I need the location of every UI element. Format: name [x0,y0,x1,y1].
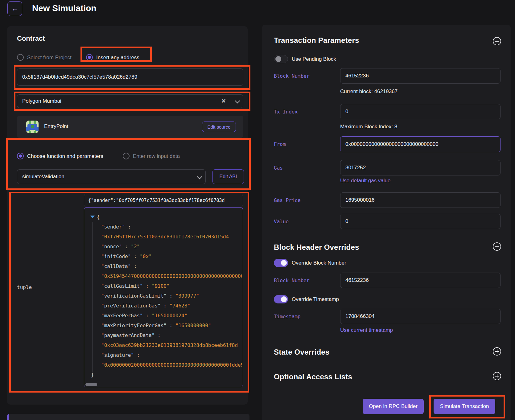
timestamp-value: 1708466304 [340,309,500,324]
radio-insert-any-address-label[interactable]: Insert any address [96,55,139,61]
json-key: "preVerificationGas" : [101,303,170,309]
json-line: "maxFeePerGas" : "1650000024" [84,311,242,321]
contract-address-input[interactable]: 0x5ff137d4b0fdcd49dca30c7cf57e578a026d27… [17,68,243,86]
simulate-transaction-button[interactable]: Simulate Transaction [434,399,495,414]
json-value: "1650000000" [175,323,211,328]
json-key: "sender" : [101,224,131,230]
radio-select-from-project-label[interactable]: Select from Project [27,55,72,61]
json-value: "0x5194544700000000000000000000000000000… [101,273,242,279]
horizontal-scrollbar[interactable] [85,383,97,386]
edit-source-button[interactable]: Edit source [202,121,236,132]
json-line: "signature" : [84,350,242,360]
use-default-gas-link[interactable]: Use default gas value [340,178,391,184]
tx-index-value: 0 [340,104,500,119]
json-brace: { [97,214,100,220]
use-pending-block-toggle[interactable] [274,55,288,63]
json-lines: { "sender" : "0xf705ff07c7531f0a3dc83dbf… [84,212,242,380]
simulate-transaction-label: Simulate Transaction [440,403,489,410]
value-input[interactable]: 0 [340,214,501,229]
radio-choose-function[interactable] [17,153,24,159]
collapse-section-icon[interactable] [493,37,501,45]
page-title: New Simulation [32,3,96,13]
radio-choose-function-label[interactable]: Choose function and parameters [27,153,103,159]
collapse-overrides-icon[interactable] [493,242,501,251]
open-rpc-builder-button[interactable]: Open in RPC Builder [363,399,424,414]
json-line: "maxPriorityFeePerGas" : "1650000000" [84,321,242,331]
back-button[interactable]: ← [7,1,22,16]
gas-value: 3017252 [340,160,500,175]
contract-heading: Contract [17,35,45,43]
transaction-parameters-card: Transaction Parameters Use Pending Block… [262,25,511,420]
contract-card: Contract Select from Project Insert any … [7,26,248,405]
json-line: "paymasterAndData" : [84,331,242,340]
max-block-index-helper: Maximum Block Index: 8 [340,124,397,130]
network-clear-icon[interactable]: ✕ [221,97,226,105]
edit-abi-label: Edit ABI [220,174,237,179]
override-block-number-input[interactable]: 46152236 [340,273,501,288]
edit-source-label: Edit source [207,124,230,130]
use-current-timestamp-link[interactable]: Use current timestamp [340,327,393,333]
contract-address-value: 0x5ff137d4b0fdcd49dca30c7cf57e578a026d27… [17,69,243,85]
state-overrides-heading: State Overrides [274,348,329,356]
edit-abi-button[interactable]: Edit ABI [212,169,244,184]
network-select[interactable]: Polygon Mumbai [17,94,243,108]
open-rpc-builder-label: Open in RPC Builder [369,403,418,410]
param-type-label: tuple [17,284,32,290]
json-value: "2" [131,244,140,249]
add-access-list-icon[interactable] [493,372,501,380]
contract-avatar [26,121,39,133]
optional-access-lists-heading: Optional Access Lists [274,373,352,381]
json-line: "nonce" : "2" [84,242,242,252]
gas-price-label: Gas Price [274,197,301,203]
override-timestamp-label: Override Timestamp [292,296,339,303]
json-line: "preVerificationGas" : "74628" [84,301,242,311]
override-block-number-field-label: Block Number [274,278,310,283]
timestamp-input[interactable]: 1708466304 [340,309,501,324]
json-key: "paymasterAndData" : [101,332,161,338]
gas-input[interactable]: 3017252 [340,160,501,175]
contract-row-entrypoint[interactable]: EntryPoint Edit source [17,116,243,138]
radio-raw-input-label[interactable]: Enter raw input data [133,153,180,159]
param-preview-value: {"sender":"0xf705ff07c7531f0a3dc83dbf178… [84,194,243,207]
function-select[interactable]: simulateValidation [17,169,206,184]
block-number-value: 46152236 [340,68,500,83]
json-key: "nonce" : [101,244,131,249]
gas-price-input[interactable]: 1695000016 [340,192,501,208]
radio-select-from-project[interactable] [17,54,24,61]
json-value: "0x" [140,253,152,259]
override-block-number-toggle[interactable] [274,259,288,267]
tx-index-input[interactable]: 0 [340,104,501,119]
json-line: "callGasLimit" : "9100" [84,281,242,291]
block-number-input[interactable]: 46152236 [340,68,501,84]
tx-params-heading: Transaction Parameters [274,36,359,45]
timestamp-field-label: Timestamp [274,314,301,319]
param-preview-input[interactable]: {"sender":"0xf705ff07c7531f0a3dc83dbf178… [84,194,243,207]
value-label: Value [274,219,289,224]
json-line: "initCode" : "0x" [84,252,242,261]
json-line: "0xc03aac639bb21233e0139381970328db8bcee… [84,340,242,350]
next-card-peek [7,414,249,420]
json-line: "sender" : [84,222,242,232]
json-line: "verificationGasLimit" : "399977" [84,291,242,301]
block-header-overrides-heading: Block Header Overrides [274,243,359,252]
json-value: "399977" [175,293,199,299]
override-block-number-label: Override Block Number [292,260,346,266]
json-value: "1650000024" [152,313,187,319]
add-state-override-icon[interactable] [493,347,501,356]
param-json-editor[interactable]: { "sender" : "0xf705ff07c7531f0a3dc83dbf… [84,207,243,387]
from-label: From [274,141,286,147]
radio-insert-any-address[interactable] [86,54,93,61]
json-key: "signature" : [101,352,140,358]
override-timestamp-toggle[interactable] [274,295,288,303]
json-key: "initCode" : [101,253,140,259]
json-line: "callData" : [84,261,242,271]
value-value: 0 [340,214,500,229]
use-pending-block-label: Use Pending Block [292,56,336,62]
from-input[interactable]: 0x000000000000000000000000000000 [340,136,501,152]
contract-name: EntryPoint [44,123,68,130]
json-line: "0x5194544700000000000000000000000000000… [84,271,242,281]
gas-label: Gas [274,165,283,171]
json-key: "verificationGasLimit" : [101,293,175,299]
radio-raw-input[interactable] [123,153,130,159]
json-line: { [84,212,242,222]
